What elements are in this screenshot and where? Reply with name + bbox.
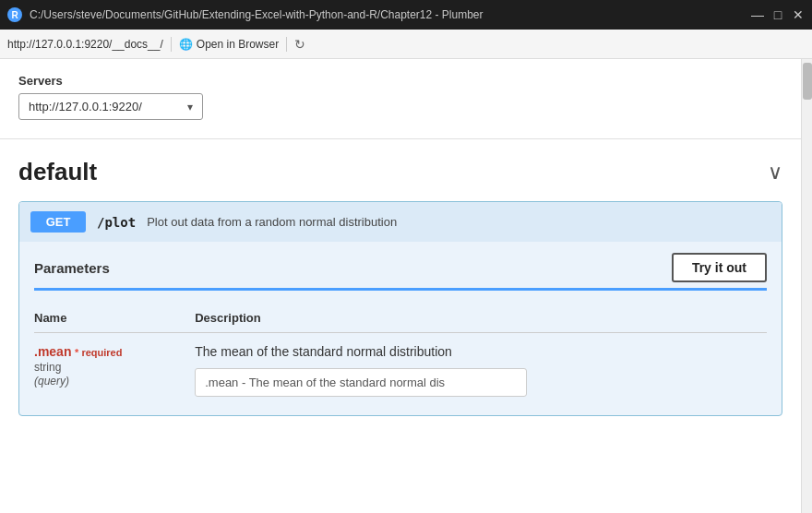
content-area: Servers http://127.0.0.1:9220/ ▾ default… <box>0 59 801 513</box>
param-name: .mean <box>34 344 71 359</box>
default-chevron-icon[interactable]: ∨ <box>768 161 782 185</box>
address-divider2 <box>286 37 287 52</box>
param-description-text: The mean of the standard normal distribu… <box>195 344 759 359</box>
main-layout: Servers http://127.0.0.1:9220/ ▾ default… <box>0 59 812 513</box>
endpoint-description: Plot out data from a random normal distr… <box>147 215 397 229</box>
open-browser-button[interactable]: 🌐 Open in Browser <box>179 38 279 51</box>
servers-section: Servers http://127.0.0.1:9220/ ▾ <box>0 59 801 131</box>
servers-label: Servers <box>18 74 782 88</box>
parameters-header: Parameters Try it out <box>34 253 767 291</box>
title-bar-text: C:/Users/steve/Documents/GitHub/Extendin… <box>30 8 751 21</box>
servers-selected-value: http://127.0.0.1:9220/ <box>29 100 142 113</box>
scrollbar-track[interactable] <box>801 59 812 513</box>
method-badge: GET <box>30 211 86 233</box>
address-url[interactable]: http://127.0.0.1:9220/__docs__/ <box>7 38 163 51</box>
app-icon-label: R <box>11 10 18 20</box>
address-divider <box>171 37 172 52</box>
param-description-cell: The mean of the standard normal distribu… <box>195 333 767 405</box>
param-required-star: * <box>75 347 78 358</box>
scrollbar-thumb[interactable] <box>803 63 812 100</box>
param-location: (query) <box>34 375 69 388</box>
window-controls: — □ ✕ <box>751 8 805 21</box>
table-row: .mean * required string (query) Th <box>34 333 767 405</box>
param-required-label: * required <box>75 347 122 358</box>
address-bar: http://127.0.0.1:9220/__docs__/ 🌐 Open i… <box>0 30 812 59</box>
title-bar: R C:/Users/steve/Documents/GitHub/Extend… <box>0 0 812 30</box>
default-section: default ∨ GET /plot Plot out data from a… <box>0 147 801 427</box>
param-type: string <box>34 361 187 374</box>
minimize-button[interactable]: — <box>751 8 764 21</box>
try-it-button[interactable]: Try it out <box>672 253 767 282</box>
name-column-header: Name <box>34 305 195 333</box>
close-button[interactable]: ✕ <box>792 8 805 21</box>
parameters-panel: Parameters Try it out Name Description <box>19 242 782 415</box>
param-input-placeholder: .mean - The mean of the standard normal … <box>205 376 445 389</box>
param-input-box: .mean - The mean of the standard normal … <box>195 368 527 397</box>
parameters-title: Parameters <box>34 260 110 276</box>
parameters-table: Name Description .mean * required <box>34 305 767 404</box>
open-browser-label: Open in Browser <box>197 38 279 51</box>
param-name-cell: .mean * required string (query) <box>34 333 195 405</box>
section-separator <box>0 138 801 139</box>
servers-dropdown-arrow: ▾ <box>187 101 193 113</box>
endpoint-card: GET /plot Plot out data from a random no… <box>18 201 782 416</box>
servers-dropdown[interactable]: http://127.0.0.1:9220/ ▾ <box>18 93 203 120</box>
default-header: default ∨ <box>18 158 782 186</box>
maximize-button[interactable]: □ <box>771 8 784 21</box>
endpoint-header[interactable]: GET /plot Plot out data from a random no… <box>19 202 782 242</box>
endpoint-path: /plot <box>97 215 136 230</box>
app-icon: R <box>7 7 22 22</box>
param-required-text: required <box>81 347 122 358</box>
refresh-icon[interactable]: ↻ <box>294 37 305 52</box>
description-column-header: Description <box>195 305 767 333</box>
default-title: default <box>18 158 97 186</box>
browser-icon: 🌐 <box>179 38 193 51</box>
